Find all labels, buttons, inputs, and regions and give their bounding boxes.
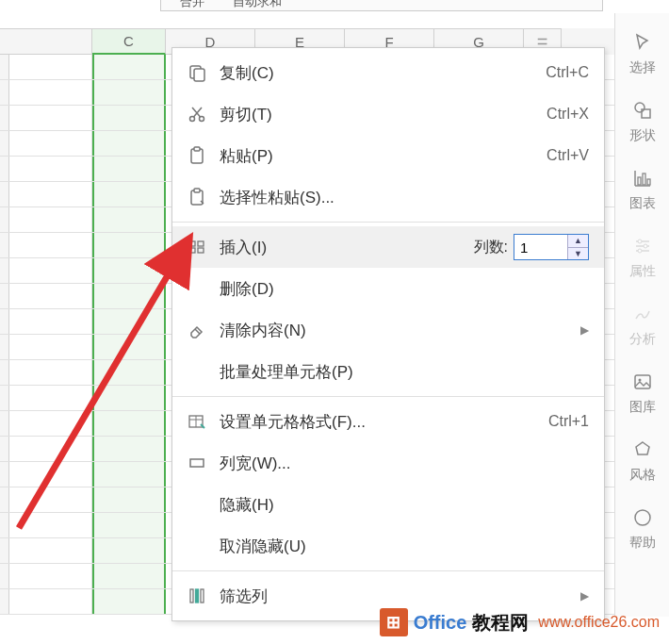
- sidebar-property-label: 属性: [629, 263, 656, 280]
- sidebar-gallery-label: 图库: [629, 399, 656, 416]
- format-cells-icon: [188, 412, 220, 431]
- menu-format-cells[interactable]: 设置单元格格式(F)... Ctrl+1: [172, 401, 604, 442]
- svg-rect-10: [189, 241, 195, 246]
- svg-rect-21: [201, 589, 204, 603]
- menu-paste-special-label: 选择性粘贴(S)...: [220, 187, 589, 208]
- menu-copy-label: 复制(C): [220, 62, 546, 84]
- menu-copy[interactable]: 复制(C) Ctrl+C: [172, 52, 604, 93]
- col-header-c[interactable]: C: [92, 28, 166, 55]
- watermark-logo-icon: ⊞: [380, 608, 408, 636]
- sidebar-select[interactable]: 选择: [620, 19, 665, 87]
- menu-cut-label: 剪切(T): [220, 104, 547, 125]
- menu-insert-label: 插入(I): [220, 237, 474, 258]
- sidebar-help[interactable]: 帮助: [620, 494, 665, 562]
- svg-rect-11: [189, 248, 195, 253]
- insert-icon: [188, 238, 220, 256]
- svg-rect-20: [196, 589, 199, 603]
- sidebar-shape-label: 形状: [629, 127, 656, 144]
- menu-unhide[interactable]: 取消隐藏(U): [172, 525, 604, 567]
- svg-line-4: [194, 107, 203, 117]
- sidebar-style[interactable]: 风格: [620, 426, 665, 494]
- menu-separator: [172, 222, 604, 223]
- menu-unhide-label: 取消隐藏(U): [220, 536, 589, 557]
- watermark-url: www.office26.com: [538, 614, 660, 631]
- menu-batch-label: 批量处理单元格(P): [220, 361, 589, 383]
- image-icon: [629, 369, 656, 395]
- menu-batch[interactable]: 批量处理单元格(P): [172, 351, 604, 392]
- column-width-icon: [188, 454, 220, 472]
- sidebar-select-label: 选择: [629, 59, 656, 76]
- menu-delete-label: 删除(D): [220, 278, 589, 300]
- menu-filter-label: 筛选列: [220, 586, 573, 607]
- context-menu: 复制(C) Ctrl+C 剪切(T) Ctrl+X 粘贴(P) Ctrl+V 选…: [171, 47, 605, 621]
- menu-separator: [172, 396, 604, 397]
- menu-copy-shortcut: Ctrl+C: [546, 64, 589, 81]
- shape-icon: [629, 97, 656, 124]
- menu-paste-shortcut: Ctrl+V: [547, 147, 589, 164]
- svg-rect-26: [638, 177, 641, 185]
- copy-icon: [188, 63, 220, 82]
- menu-paste-special[interactable]: 选择性粘贴(S)...: [172, 176, 604, 218]
- svg-rect-19: [190, 589, 193, 603]
- cursor-icon: [629, 29, 656, 56]
- menu-format-label: 设置单元格格式(F)...: [220, 411, 548, 433]
- clipboard-special-icon: [188, 188, 220, 206]
- svg-rect-28: [647, 179, 650, 185]
- svg-point-36: [638, 379, 641, 382]
- menu-delete[interactable]: 删除(D): [172, 268, 604, 309]
- svg-rect-27: [643, 173, 645, 185]
- svg-line-5: [192, 107, 201, 117]
- sidebar-help-label: 帮助: [629, 535, 656, 552]
- spinner-up-button[interactable]: ▲: [568, 235, 588, 248]
- svg-rect-35: [635, 375, 650, 388]
- property-icon: [629, 233, 656, 259]
- svg-rect-12: [198, 241, 204, 246]
- toolbar-autosum-hint: 自动求和: [233, 0, 282, 10]
- svg-rect-7: [194, 147, 200, 151]
- svg-point-38: [635, 510, 650, 525]
- svg-point-2: [190, 117, 195, 122]
- svg-point-33: [644, 244, 647, 248]
- svg-rect-18: [190, 459, 204, 467]
- submenu-arrow-icon: ▶: [580, 323, 589, 337]
- menu-colwidth-label: 列宽(W)...: [220, 453, 589, 474]
- help-icon: [629, 504, 656, 531]
- scissors-icon: [188, 105, 220, 124]
- eraser-icon: [188, 321, 220, 339]
- svg-marker-37: [636, 442, 649, 454]
- toolbar-merge-hint: 合并: [180, 0, 204, 10]
- svg-rect-9: [194, 189, 200, 192]
- svg-point-3: [200, 117, 204, 122]
- sidebar-gallery[interactable]: 图库: [620, 358, 665, 426]
- submenu-arrow-icon: ▶: [580, 589, 589, 603]
- watermark-brand1: Office: [414, 612, 467, 634]
- menu-cut[interactable]: 剪切(T) Ctrl+X: [172, 93, 604, 135]
- sidebar-shape[interactable]: 形状: [620, 87, 665, 155]
- menu-hide[interactable]: 隐藏(H): [172, 484, 604, 525]
- watermark-brand2: 教程网: [472, 610, 529, 636]
- sidebar-analysis-label: 分析: [629, 331, 656, 348]
- insert-count-label: 列数:: [474, 238, 508, 257]
- filter-icon: [188, 586, 220, 605]
- sidebar-property[interactable]: 属性: [620, 223, 665, 290]
- analysis-icon: [629, 301, 656, 327]
- sidebar-chart[interactable]: 图表: [620, 155, 665, 223]
- insert-count-spinner[interactable]: ▲ ▼: [514, 234, 589, 260]
- mini-toolbar: 合并 自动求和: [160, 0, 603, 11]
- sidebar-analysis[interactable]: 分析: [620, 290, 665, 358]
- chart-icon: [629, 165, 656, 191]
- right-sidebar: 选择 形状 图表 属性 分析 图库 风格 帮助: [614, 13, 669, 617]
- menu-insert[interactable]: 插入(I) 列数: ▲ ▼: [172, 226, 604, 268]
- menu-clear[interactable]: 清除内容(N) ▶: [172, 309, 604, 351]
- svg-point-22: [635, 103, 645, 112]
- menu-hide-label: 隐藏(H): [220, 494, 589, 516]
- watermark: ⊞ Office教程网 www.office26.com: [380, 608, 660, 636]
- insert-count-input[interactable]: [514, 235, 567, 259]
- spinner-down-button[interactable]: ▼: [568, 248, 588, 260]
- menu-paste[interactable]: 粘贴(P) Ctrl+V: [172, 135, 604, 176]
- insert-count-controls: 列数: ▲ ▼: [474, 234, 589, 260]
- svg-point-32: [638, 239, 642, 243]
- menu-clear-label: 清除内容(N): [220, 320, 573, 341]
- col-header-b[interactable]: [0, 28, 92, 55]
- menu-column-width[interactable]: 列宽(W)...: [172, 442, 604, 484]
